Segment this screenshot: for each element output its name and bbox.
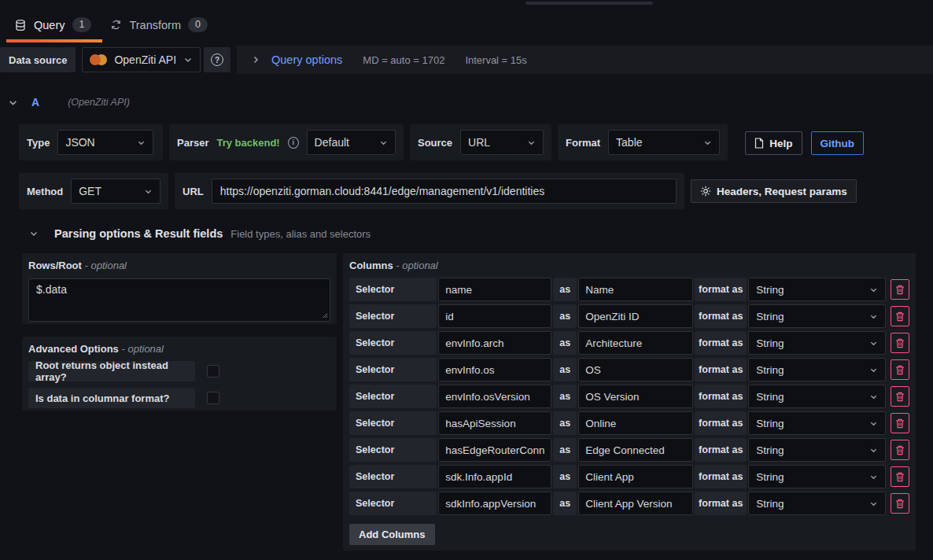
parsing-section-subtitle: Field types, alias and selectors [230, 228, 371, 240]
delete-column-button[interactable] [891, 306, 909, 326]
datasource-picker[interactable]: OpenZiti API [82, 47, 201, 72]
delete-column-button[interactable] [891, 359, 909, 380]
query-a-header[interactable]: A (OpenZiti API) [8, 96, 130, 109]
as-label: as [553, 331, 577, 355]
datasource-help-button[interactable]: ? [204, 47, 230, 72]
selector-label: Selector [349, 385, 437, 408]
transform-count-badge: 0 [188, 17, 208, 32]
tab-transform[interactable]: Transform 0 [102, 10, 218, 42]
parsing-section-header[interactable]: Parsing options & Result fields Field ty… [29, 227, 371, 240]
column-format-value: String [756, 311, 784, 322]
resize-handle-icon[interactable] [321, 311, 328, 319]
alias-input[interactable] [578, 438, 693, 462]
selector-input[interactable] [438, 304, 551, 328]
optional-hint: - optional [396, 260, 437, 271]
parser-select[interactable]: Default [307, 130, 396, 155]
delete-column-button[interactable] [891, 386, 909, 407]
delete-column-button[interactable] [891, 279, 909, 300]
column-format-select[interactable]: String [748, 465, 886, 488]
alias-input[interactable] [578, 492, 693, 515]
format-select[interactable]: Table [608, 130, 720, 155]
source-select[interactable]: URL [460, 130, 544, 155]
delete-column-button[interactable] [891, 413, 909, 433]
as-label: as [553, 304, 577, 328]
columnar-format-label: Is data in columnar format? [28, 388, 195, 408]
add-columns-button[interactable]: Add Columns [349, 524, 435, 545]
editor-row-type: Type JSON Parser Try backend! i Default … [19, 124, 914, 160]
alias-input[interactable] [578, 358, 693, 381]
url-label: URL [183, 186, 204, 197]
query-editor-page: Query 1 Transform 0 Data source OpenZiti… [0, 0, 933, 560]
try-backend-hint[interactable]: Try backend! [216, 137, 279, 149]
alias-input[interactable] [578, 304, 693, 328]
alias-input[interactable] [578, 278, 693, 301]
column-format-select[interactable]: String [748, 492, 886, 515]
editor-row-url: Method GET URL Headers, Request params [19, 173, 914, 209]
selector-input[interactable] [438, 358, 551, 381]
column-format-value: String [756, 444, 784, 456]
column-format-select[interactable]: String [748, 411, 886, 435]
type-select-value: JSON [65, 136, 94, 149]
chevron-down-icon [869, 339, 878, 348]
selector-input[interactable] [438, 278, 551, 301]
delete-column-button[interactable] [891, 333, 909, 353]
column-format-select[interactable]: String [748, 438, 886, 462]
rows-root-title: Rows/Root - optional [28, 260, 330, 271]
openziti-logo-icon [90, 54, 107, 65]
delete-column-button[interactable] [891, 466, 909, 487]
type-select[interactable]: JSON [57, 130, 153, 155]
alias-input[interactable] [578, 331, 693, 355]
column-format-value: String [756, 471, 784, 483]
column-format-select[interactable]: String [748, 331, 886, 355]
type-label: Type [27, 137, 50, 149]
selector-input[interactable] [438, 465, 551, 488]
as-label: as [553, 438, 577, 462]
selector-input[interactable] [438, 331, 551, 355]
delete-column-button[interactable] [891, 440, 909, 460]
optional-hint: - optional [85, 260, 127, 271]
chevron-down-icon [137, 138, 146, 147]
method-select[interactable]: GET [71, 179, 160, 204]
selector-input[interactable] [438, 411, 551, 435]
editor-tabbar: Query 1 Transform 0 [6, 10, 219, 42]
headers-request-params-button[interactable]: Headers, Request params [691, 179, 857, 203]
parser-label: Parser [177, 137, 208, 149]
url-input[interactable] [212, 179, 677, 204]
panel-resize-handle[interactable] [526, 2, 653, 5]
alias-input[interactable] [578, 385, 693, 408]
format-as-label: format as [695, 331, 747, 355]
column-row: Selector as format as String [349, 492, 909, 515]
column-row: Selector as format as String [349, 438, 909, 462]
columnar-format-checkbox[interactable] [207, 392, 219, 404]
as-label: as [553, 358, 577, 381]
column-format-select[interactable]: String [748, 385, 886, 408]
help-button[interactable]: Help [745, 131, 802, 155]
rows-root-textarea[interactable]: $.data [28, 278, 330, 322]
column-row: Selector as format as String [349, 331, 909, 355]
column-format-select[interactable]: String [748, 358, 886, 381]
chevron-down-icon [869, 419, 878, 428]
delete-column-button[interactable] [891, 493, 909, 514]
alias-input[interactable] [578, 411, 693, 435]
selector-label: Selector [349, 304, 437, 328]
selector-input[interactable] [438, 438, 551, 462]
column-rows: Selector as format as String Selector as… [349, 278, 909, 515]
tab-query[interactable]: Query 1 [6, 10, 102, 42]
alias-input[interactable] [578, 465, 693, 488]
github-button[interactable]: Github [811, 131, 865, 155]
column-format-select[interactable]: String [748, 304, 886, 328]
query-options-toggle[interactable]: Query options [271, 53, 342, 66]
database-icon [14, 19, 27, 31]
tab-transform-label: Transform [129, 19, 181, 31]
format-as-label: format as [695, 385, 747, 408]
trash-icon [895, 338, 905, 348]
document-icon [754, 138, 764, 149]
column-format-select[interactable]: String [748, 278, 886, 301]
interval-stat: Interval = 15s [465, 54, 526, 66]
root-returns-object-checkbox[interactable] [207, 365, 219, 378]
selector-input[interactable] [438, 385, 551, 408]
help-button-label: Help [769, 138, 792, 149]
column-row: Selector as format as String [349, 278, 909, 301]
selector-input[interactable] [438, 492, 551, 515]
as-label: as [553, 278, 577, 301]
